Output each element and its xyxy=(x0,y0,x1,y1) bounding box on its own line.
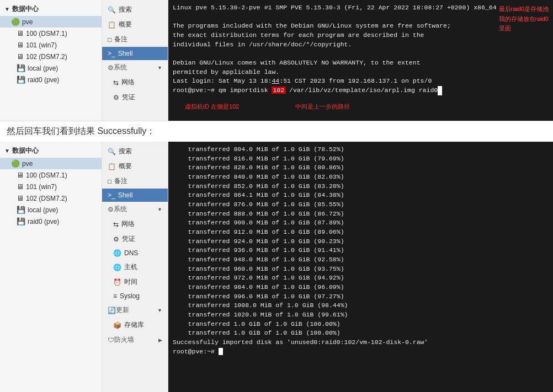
expand-arrow-updates-bottom: ▼ xyxy=(157,308,162,313)
nav-shell-label-bottom: Shell xyxy=(118,191,133,199)
nav-updates-bottom[interactable]: 🔄 更新 ▼ xyxy=(102,303,168,318)
nav-updates-label-bottom: 更新 xyxy=(116,305,129,315)
sidebar-item-102-bottom[interactable]: 🖥 102 (DSM7.2) xyxy=(0,192,102,204)
expand-arrow-system-bottom: ▼ xyxy=(157,207,162,212)
nav-notes-bottom[interactable]: □ 备注 xyxy=(102,174,168,189)
sidebar-top: ▼ 数据中心 🟢 pve 🖥 100 (DSM7.1) 🖥 101 (win7)… xyxy=(0,0,102,121)
sidebar-item-raid0-bottom[interactable]: 💾 raid0 (pve) xyxy=(0,216,102,227)
b-line-4: transferred 840.0 MiB of 1.0 GiB (82.03%… xyxy=(173,173,549,182)
terminal-bottom[interactable]: transferred 804.0 MiB of 1.0 GiB (78.52%… xyxy=(168,142,553,392)
sidebar-item-local-top[interactable]: 💾 local (pve) xyxy=(0,62,102,74)
sidebar-item-100-bottom[interactable]: 🖥 100 (DSM7.1) xyxy=(0,169,102,181)
nav-system-top[interactable]: ⚙ 系统 ▼ xyxy=(102,60,168,75)
storage-icon-local-top: 💾 xyxy=(17,64,25,72)
nav-credentials-top[interactable]: ⚙ 凭证 xyxy=(102,90,168,105)
vm-icon-101-top: 🖥 xyxy=(17,41,24,49)
b-line-prompt: root@pve:~# xyxy=(173,347,549,357)
annotation-path: 中间是上一步的路径 xyxy=(295,103,350,111)
terminal-top[interactable]: Linux pve 5.15.30-2-pve #1 SMP PVE 5.15.… xyxy=(168,0,553,121)
storage-icon-local-bottom: 💾 xyxy=(17,206,25,214)
nav-system-bottom[interactable]: ⚙ 系统 ▼ xyxy=(102,202,168,217)
nav-firewall-bottom[interactable]: 🛡 防火墙 ▶ xyxy=(102,332,168,347)
nav-network-top[interactable]: ⇆ 网络 xyxy=(102,75,168,90)
nav-shell-bottom[interactable]: >_ Shell xyxy=(102,189,168,202)
summary-icon-bottom: 📋 xyxy=(108,163,116,170)
server-icon-pve-top: 🟢 xyxy=(11,18,20,26)
credentials-icon-bottom: ⚙ xyxy=(113,235,119,243)
nav-host-label-bottom: 主机 xyxy=(124,262,137,272)
annotation-vm-id: 虚拟机ID 左侧是102 xyxy=(185,103,239,111)
b-line-14: transferred 960.0 MiB of 1.0 GiB (93.75%… xyxy=(173,265,549,274)
collapse-arrow: ▼ xyxy=(4,6,10,12)
b-line-19: transferred 1020.0 MiB of 1.0 GiB (99.61… xyxy=(173,310,549,320)
b-line-20: transferred 1.0 GiB of 1.0 GiB (100.00%) xyxy=(173,320,549,329)
vm-id-highlight: 102 xyxy=(272,87,285,94)
nav-credentials-label-bottom: 凭证 xyxy=(122,234,135,244)
b-line-18: transferred 1008.0 MiB of 1.0 GiB (98.44… xyxy=(173,301,549,310)
nav-shell-top[interactable]: >_ Shell xyxy=(102,47,168,60)
summary-icon-top: 📋 xyxy=(108,21,116,29)
sidebar-item-raid0-top[interactable]: 💾 raid0 (pve) xyxy=(0,74,102,85)
nav-network-label-top: 网络 xyxy=(121,78,135,87)
term-line-9: Last login: Sat May 13 18:44:51 CST 2023… xyxy=(173,77,549,86)
nav-syslog-bottom[interactable]: ≡ Syslog xyxy=(102,289,168,303)
term-line-2 xyxy=(173,13,549,22)
network-icon-top: ⇆ xyxy=(113,79,119,87)
nav-system-label-bottom: 系统 xyxy=(114,205,127,214)
storage-icon-raid0-top: 💾 xyxy=(17,76,25,84)
sidebar-item-101-bottom[interactable]: 🖥 101 (win7) xyxy=(0,181,102,192)
vm-icon-102-top: 🖥 xyxy=(17,52,24,61)
notes-icon-bottom: □ xyxy=(108,178,111,185)
nav-notes-label-top: 备注 xyxy=(114,35,127,44)
term-line-10: root@pve:~# qm importdisk 102 /var/lib/v… xyxy=(173,86,549,95)
b-line-21: transferred 1.0 GiB of 1.0 GiB (100.00%) xyxy=(173,329,549,338)
sidebar-bottom: ▼ 数据中心 🟢 pve 🖥 100 (DSM7.1) 🖥 101 (win7)… xyxy=(0,142,102,392)
term-line-8: permitted by applicable law. xyxy=(173,68,549,77)
sidebar-item-101-top[interactable]: 🖥 101 (win7) xyxy=(0,39,102,51)
b-line-success: Successfully imported disk as 'unused0:r… xyxy=(173,338,549,347)
sidebar-item-label-101-top: 101 (win7) xyxy=(26,41,57,49)
b-line-8: transferred 888.0 MiB of 1.0 GiB (86.72%… xyxy=(173,210,549,219)
b-line-17: transferred 996.0 MiB of 1.0 GiB (97.27%… xyxy=(173,292,549,302)
nav-search-top[interactable]: 🔍 搜索 xyxy=(102,2,168,17)
nav-search-bottom[interactable]: 🔍 搜索 xyxy=(102,144,168,159)
sidebar-item-102-top[interactable]: 🖥 102 (DSM7.2) xyxy=(0,51,102,62)
server-icon-pve-bottom: 🟢 xyxy=(11,159,20,168)
term-line-7: Debian GNU/Linux comes with ABSOLUTELY N… xyxy=(173,58,549,68)
nav-host-bottom[interactable]: 🌐 主机 xyxy=(102,260,168,275)
term-line-5: individual files in /usr/share/doc/*/cop… xyxy=(173,40,549,50)
nav-summary-bottom[interactable]: 📋 概要 xyxy=(102,159,168,174)
nav-dns-label-bottom: DNS xyxy=(124,249,138,257)
nav-credentials-bottom[interactable]: ⚙ 凭证 xyxy=(102,232,168,246)
b-line-1: transferred 804.0 MiB of 1.0 GiB (78.52%… xyxy=(173,145,549,154)
updates-icon-bottom: 🔄 xyxy=(108,307,116,314)
sidebar-item-pve-bottom[interactable]: 🟢 pve xyxy=(0,158,102,169)
nav-notes-top[interactable]: □ 备注 xyxy=(102,32,168,47)
sidebar-item-pve-top[interactable]: 🟢 pve xyxy=(0,16,102,28)
system-icon-top: ⚙ xyxy=(108,64,114,72)
system-icon-bottom: ⚙ xyxy=(108,206,114,213)
sidebar-item-label-101-bottom: 101 (win7) xyxy=(26,183,57,191)
success-description: 然后回车我们看到结果 Successfully： xyxy=(7,126,155,136)
expand-arrow-top: ▼ xyxy=(157,65,162,71)
nav-system-label-top: 系统 xyxy=(114,63,127,72)
term-line-4: the exact distribution terms for each pr… xyxy=(173,31,549,40)
repo-icon-bottom: 📦 xyxy=(113,321,121,329)
b-line-13: transferred 948.0 MiB of 1.0 GiB (92.58%… xyxy=(173,255,549,265)
notes-icon-top: □ xyxy=(108,36,111,44)
b-line-2: transferred 816.0 MiB of 1.0 GiB (79.69%… xyxy=(173,154,549,164)
nav-time-bottom[interactable]: ⏰ 时间 xyxy=(102,275,168,289)
nav-network-bottom[interactable]: ⇆ 网络 xyxy=(102,217,168,232)
sidebar-item-label-102-bottom: 102 (DSM7.2) xyxy=(26,195,67,202)
sidebar-item-100-top[interactable]: 🖥 100 (DSM7.1) xyxy=(0,28,102,39)
nav-repo-label-bottom: 存储库 xyxy=(124,320,144,330)
nav-summary-top[interactable]: 📋 概要 xyxy=(102,17,168,32)
vm-icon-100-bottom: 🖥 xyxy=(17,171,24,179)
sidebar-item-local-bottom[interactable]: 💾 local (pve) xyxy=(0,204,102,216)
datacenter-header-top[interactable]: ▼ 数据中心 xyxy=(0,2,102,16)
nav-repo-bottom[interactable]: 📦 存储库 xyxy=(102,318,168,332)
datacenter-header-bottom[interactable]: ▼ 数据中心 xyxy=(0,144,102,158)
nav-dns-bottom[interactable]: 🌐 DNS xyxy=(102,246,168,260)
sidebar-item-label-raid0-bottom: raid0 (pve) xyxy=(28,218,59,225)
b-line-11: transferred 924.0 MiB of 1.0 GiB (90.23%… xyxy=(173,237,549,246)
